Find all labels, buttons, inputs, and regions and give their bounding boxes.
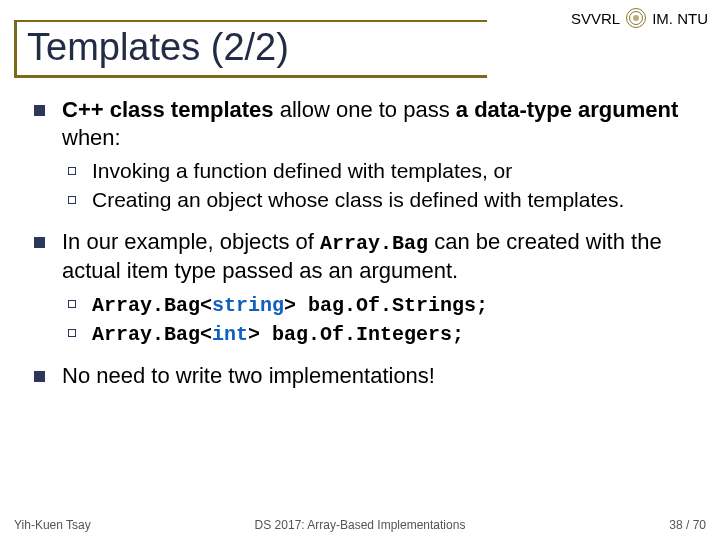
sub-list: Invoking a function defined with templat… [62,158,692,214]
sub-item: Array.Bag<int> bag.Of.Integers; [62,320,692,348]
sub-item: Creating an object whose class is define… [62,187,692,214]
bullet-text: No need to write two implementations! [62,363,435,388]
sub-item: Invoking a function defined with templat… [62,158,692,185]
title-block: Templates (2/2) [14,20,487,78]
content: C++ class templates allow one to pass a … [0,78,720,390]
header-right: IM. NTU [652,10,708,27]
bullet-item: No need to write two implementations! [28,362,692,390]
bullet-list: C++ class templates allow one to pass a … [28,96,692,390]
bullet-text: C++ class templates allow one to pass a … [62,97,678,150]
bullet-item: In our example, objects of Array.Bag can… [28,228,692,348]
sub-item: Array.Bag<string> bag.Of.Strings; [62,291,692,319]
bullet-text: In our example, objects of Array.Bag can… [62,229,662,283]
seal-icon [626,8,646,28]
header-left: SVVRL [571,10,620,27]
sub-list: Array.Bag<string> bag.Of.Strings;Array.B… [62,291,692,348]
bullet-item: C++ class templates allow one to pass a … [28,96,692,214]
header: SVVRL IM. NTU [571,8,708,28]
slide-title: Templates (2/2) [17,22,487,75]
footer: Yih-Kuen Tsay DS 2017: Array-Based Imple… [0,518,720,532]
footer-center: DS 2017: Array-Based Implementations [0,518,720,532]
